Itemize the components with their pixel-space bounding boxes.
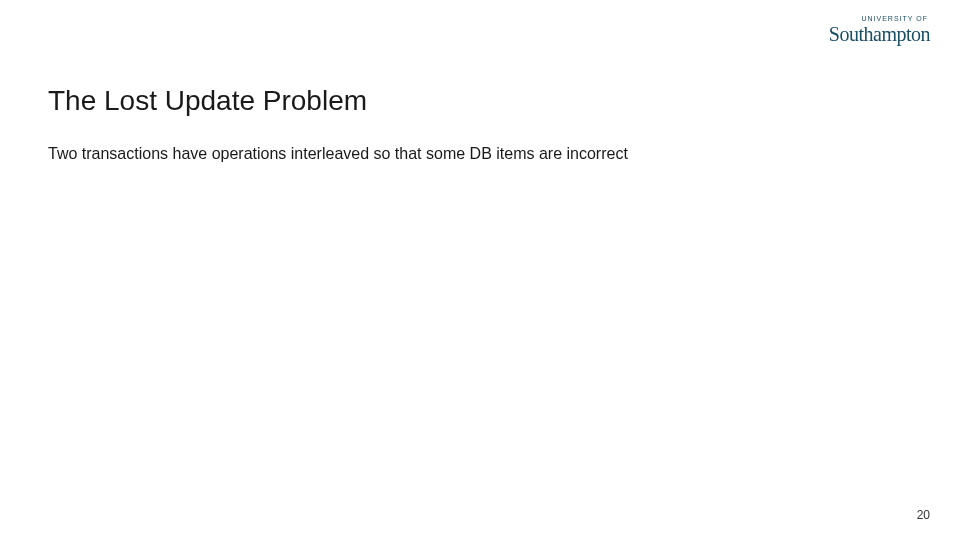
university-logo: UNIVERSITY OF Southampton bbox=[829, 15, 930, 46]
slide-title: The Lost Update Problem bbox=[48, 85, 367, 117]
logo-top-text: UNIVERSITY OF bbox=[829, 15, 930, 22]
slide-body-text: Two transactions have operations interle… bbox=[48, 145, 628, 163]
logo-main-text: Southampton bbox=[829, 23, 930, 46]
page-number: 20 bbox=[917, 508, 930, 522]
